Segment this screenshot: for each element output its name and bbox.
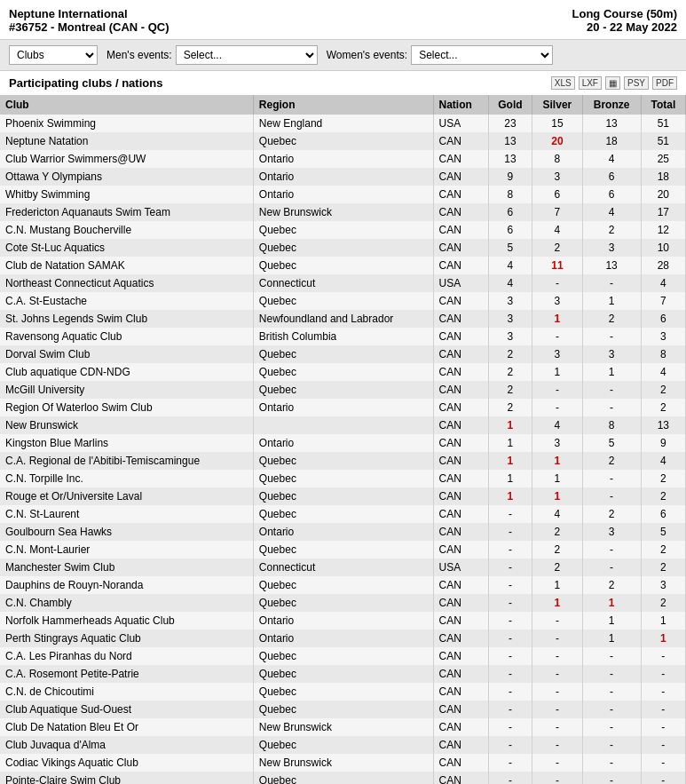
table-cell: -: [641, 647, 685, 665]
col-region: Region: [253, 95, 433, 115]
table-cell: 1: [641, 612, 685, 630]
table-cell: USA: [433, 115, 488, 132]
table-cell: C.N. Mustang Boucherville: [0, 221, 253, 239]
table-cell: -: [488, 612, 532, 630]
table-cell: 2: [641, 541, 685, 558]
table-cell: -: [488, 647, 532, 665]
table-cell: Quebec: [253, 505, 433, 523]
section-header: Participating clubs / nations XLS LXF ▦ …: [0, 71, 686, 95]
table-row: Rouge et Or/Universite LavalQuebecCAN11-…: [0, 487, 686, 505]
mens-events-select[interactable]: Select...: [176, 45, 318, 65]
table-cell: -: [532, 399, 582, 416]
table-cell: CAN: [433, 399, 488, 416]
table-row: St. Johns Legends Swim ClubNewfoundland …: [0, 310, 686, 328]
table-cell: CAN: [433, 718, 488, 736]
table-cell: 2: [641, 594, 685, 612]
col-total: Total: [641, 95, 685, 115]
table-row: C.N. ChamblyQuebecCAN-112: [0, 594, 686, 612]
table-cell: -: [488, 630, 532, 647]
womens-events-label: Women's events:: [327, 49, 407, 61]
table-cell: Quebec: [253, 665, 433, 683]
table-row: C.A. Les Piranhas du NordQuebecCAN----: [0, 647, 686, 665]
table-cell: 8: [532, 150, 582, 168]
table-cell: 3: [641, 576, 685, 594]
table-row: Club Aquatique Sud-OuestQuebecCAN----: [0, 701, 686, 718]
table-cell: 1: [532, 594, 582, 612]
pdf-icon[interactable]: PDF: [652, 76, 677, 90]
table-cell: CAN: [433, 523, 488, 541]
table-cell: USA: [433, 274, 488, 292]
table-cell: New Brunswick: [253, 754, 433, 772]
table-cell: 2: [488, 345, 532, 363]
table-cell: CAN: [433, 683, 488, 701]
table-cell: CAN: [433, 434, 488, 452]
table-cell: Pointe-Claire Swim Club: [0, 772, 253, 784]
table-cell: -: [582, 470, 641, 487]
table-cell: 2: [641, 558, 685, 576]
table-cell: CAN: [433, 772, 488, 784]
table-cell: CAN: [433, 647, 488, 665]
table-cell: 3: [532, 168, 582, 186]
table-cell: USA: [433, 558, 488, 576]
controls-bar: Clubs Men's events: Select... Women's ev…: [0, 40, 686, 71]
table-cell: -: [641, 701, 685, 718]
clubs-table: Club Region Nation Gold Silver Bronze To…: [0, 95, 686, 784]
table-cell: -: [582, 718, 641, 736]
table-cell: St. Johns Legends Swim Club: [0, 310, 253, 328]
table-cell: CAN: [433, 168, 488, 186]
table-cell: 1: [582, 594, 641, 612]
table-cell: Quebec: [253, 381, 433, 399]
table-cell: 1: [582, 630, 641, 647]
table-cell: -: [532, 274, 582, 292]
table-cell: 2: [641, 381, 685, 399]
grid-icon[interactable]: ▦: [605, 76, 620, 90]
table-cell: Dorval Swim Club: [0, 345, 253, 363]
table-cell: Northeast Connecticut Aquatics: [0, 274, 253, 292]
clubs-select[interactable]: Clubs: [9, 45, 98, 65]
womens-events-select[interactable]: Select...: [411, 45, 553, 65]
table-cell: -: [641, 683, 685, 701]
table-cell: -: [488, 558, 532, 576]
table-cell: CAN: [433, 452, 488, 470]
table-cell: -: [532, 736, 582, 754]
table-cell: 4: [641, 452, 685, 470]
xls-icon[interactable]: XLS: [551, 76, 575, 90]
table-cell: -: [532, 665, 582, 683]
lxf-icon[interactable]: LXF: [579, 76, 602, 90]
table-cell: -: [641, 772, 685, 784]
table-cell: Quebec: [253, 701, 433, 718]
section-title: Participating clubs / nations: [9, 76, 162, 90]
table-cell: 5: [641, 523, 685, 541]
table-cell: 2: [532, 541, 582, 558]
womens-events-control: Women's events: Select...: [327, 45, 553, 65]
table-cell: 1: [532, 310, 582, 328]
table-cell: 2: [532, 523, 582, 541]
table-cell: CAN: [433, 754, 488, 772]
table-cell: 1: [488, 416, 532, 434]
table-cell: 9: [488, 168, 532, 186]
table-cell: 2: [641, 487, 685, 505]
table-cell: CAN: [433, 132, 488, 150]
table-cell: New Brunswick: [253, 718, 433, 736]
mens-events-control: Men's events: Select...: [106, 45, 318, 65]
table-cell: Norfolk Hammerheads Aquatic Club: [0, 612, 253, 630]
table-cell: C.A. Rosemont Petite-Patrie: [0, 665, 253, 683]
table-cell: McGill University: [0, 381, 253, 399]
table-row: Club de Natation SAMAKQuebecCAN4111328: [0, 257, 686, 274]
table-cell: 18: [641, 168, 685, 186]
table-cell: 51: [641, 115, 685, 132]
table-cell: CAN: [433, 505, 488, 523]
table-cell: 2: [532, 239, 582, 257]
table-cell: Ontario: [253, 523, 433, 541]
table-cell: CAN: [433, 630, 488, 647]
col-silver: Silver: [532, 95, 582, 115]
table-cell: -: [532, 683, 582, 701]
header-left: Neptune International #36752 - Montreal …: [9, 7, 170, 34]
table-cell: Quebec: [253, 257, 433, 274]
table-row: Region Of Waterloo Swim ClubOntarioCAN2-…: [0, 399, 686, 416]
table-cell: Ontario: [253, 150, 433, 168]
table-cell: 3: [532, 292, 582, 310]
table-cell: 51: [641, 132, 685, 150]
table-cell: CAN: [433, 257, 488, 274]
psy-icon[interactable]: PSY: [624, 76, 649, 90]
